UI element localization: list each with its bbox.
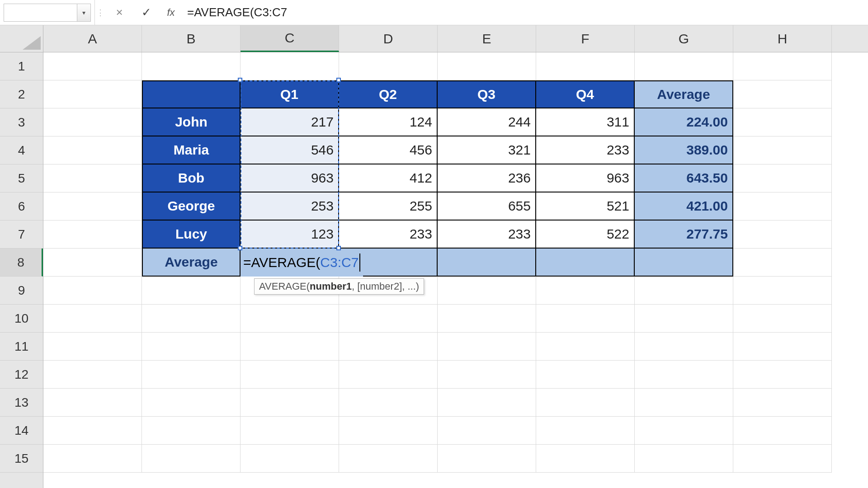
cell-E6[interactable]: 655 [438,192,536,221]
cell-C3[interactable]: 217 [241,108,339,136]
cell-H3[interactable] [733,108,832,136]
cell-E8[interactable] [438,249,536,277]
cell-B4[interactable]: Maria [142,136,241,164]
cell-G6[interactable]: 421.00 [635,192,733,221]
cell-G10[interactable] [635,305,733,333]
select-all-corner[interactable] [0,25,43,52]
cell-H9[interactable] [733,277,832,305]
row-header-15[interactable]: 15 [0,445,43,473]
cell-B7[interactable]: Lucy [142,221,241,249]
row-header-12[interactable]: 12 [0,361,43,389]
cell-C4[interactable]: 546 [241,136,339,164]
cell-F7[interactable]: 522 [536,221,635,249]
cell-D1[interactable] [339,52,438,80]
cell-G8[interactable] [635,249,733,277]
row-header-4[interactable]: 4 [0,136,43,164]
column-header-D[interactable]: D [339,25,438,52]
cell-G7[interactable]: 277.75 [635,221,733,249]
cell-G11[interactable] [635,333,733,361]
cell-B2[interactable] [142,80,241,108]
cell-D7[interactable]: 233 [339,221,438,249]
cell-B1[interactable] [142,52,241,80]
editing-cell-C8[interactable]: =AVERAGE(C3:C7 [241,249,363,277]
cell-H14[interactable] [733,417,832,445]
cell-H10[interactable] [733,305,832,333]
name-box[interactable] [4,4,77,22]
cell-A2[interactable] [43,80,142,108]
cell-E1[interactable] [438,52,536,80]
cell-E15[interactable] [438,445,536,473]
cell-G12[interactable] [635,361,733,389]
spreadsheet[interactable]: ABCDEFGH 123456789101112131415 Q1Q2Q3Q4A… [0,25,868,488]
cell-A3[interactable] [43,108,142,136]
cell-D4[interactable]: 456 [339,136,438,164]
cell-E4[interactable]: 321 [438,136,536,164]
cell-H6[interactable] [733,192,832,221]
cell-A6[interactable] [43,192,142,221]
column-header-G[interactable]: G [635,25,733,52]
formula-confirm-button[interactable]: ✓ [133,0,160,25]
cell-F15[interactable] [536,445,635,473]
cell-F9[interactable] [536,277,635,305]
cell-E9[interactable] [438,277,536,305]
cell-D12[interactable] [339,361,438,389]
range-handle[interactable] [238,78,242,82]
cell-C13[interactable] [241,389,339,417]
cell-C5[interactable]: 963 [241,164,339,192]
cell-H5[interactable] [733,164,832,192]
cell-D5[interactable]: 412 [339,164,438,192]
cell-H15[interactable] [733,445,832,473]
cell-D10[interactable] [339,305,438,333]
cell-A13[interactable] [43,389,142,417]
column-header-B[interactable]: B [142,25,241,52]
cell-B12[interactable] [142,361,241,389]
cell-F14[interactable] [536,417,635,445]
cell-G9[interactable] [635,277,733,305]
cell-E10[interactable] [438,305,536,333]
cell-E7[interactable]: 233 [438,221,536,249]
row-header-3[interactable]: 3 [0,108,43,136]
cell-D14[interactable] [339,417,438,445]
cell-B6[interactable]: George [142,192,241,221]
cell-F11[interactable] [536,333,635,361]
cell-G1[interactable] [635,52,733,80]
cell-G13[interactable] [635,389,733,417]
cell-F10[interactable] [536,305,635,333]
cell-A1[interactable] [43,52,142,80]
column-header-F[interactable]: F [536,25,635,52]
cells-area[interactable]: Q1Q2Q3Q4AverageJohn217124244311224.00Mar… [43,52,868,488]
range-handle[interactable] [336,246,341,250]
cell-B13[interactable] [142,389,241,417]
cell-E13[interactable] [438,389,536,417]
cell-C2[interactable]: Q1 [241,80,339,108]
cell-E12[interactable] [438,361,536,389]
range-handle[interactable] [238,246,242,250]
cell-F13[interactable] [536,389,635,417]
cell-G3[interactable]: 224.00 [635,108,733,136]
cell-F1[interactable] [536,52,635,80]
cell-A8[interactable] [43,249,142,277]
cell-B10[interactable] [142,305,241,333]
cell-A7[interactable] [43,221,142,249]
cell-D6[interactable]: 255 [339,192,438,221]
cell-H13[interactable] [733,389,832,417]
cell-E2[interactable]: Q3 [438,80,536,108]
row-header-13[interactable]: 13 [0,389,43,417]
cell-C1[interactable] [241,52,339,80]
row-header-9[interactable]: 9 [0,277,43,305]
cell-F3[interactable]: 311 [536,108,635,136]
cell-G2[interactable]: Average [635,80,733,108]
cell-H7[interactable] [733,221,832,249]
cell-B8[interactable]: Average [142,249,241,277]
cell-C7[interactable]: 123 [241,221,339,249]
cell-A14[interactable] [43,417,142,445]
cell-F4[interactable]: 233 [536,136,635,164]
cell-E14[interactable] [438,417,536,445]
row-header-10[interactable]: 10 [0,305,43,333]
cell-A5[interactable] [43,164,142,192]
column-header-A[interactable]: A [43,25,142,52]
cell-C10[interactable] [241,305,339,333]
cell-A10[interactable] [43,305,142,333]
cell-G14[interactable] [635,417,733,445]
column-header-H[interactable]: H [733,25,832,52]
